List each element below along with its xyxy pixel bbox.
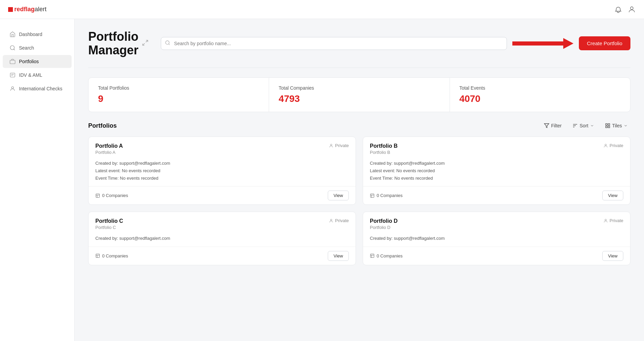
card-footer-c: 0 Companies View: [89, 247, 356, 265]
created-by-D: Created by: support@redflagalert.com: [370, 235, 623, 242]
page-title: Portfolio Manager: [88, 30, 138, 57]
card-header-b: Portfolio B Portfolio B Private: [363, 137, 630, 158]
card-body-b: Created by: support@redflagalert.com Lat…: [363, 158, 630, 186]
latest-event-A: Latest event: No events recorded: [95, 167, 349, 175]
stat-value-events: 4070: [459, 93, 621, 104]
created-by-B: Created by: support@redflagalert.com: [370, 160, 623, 167]
expand-icon[interactable]: [142, 39, 149, 48]
search-nav-icon: [10, 45, 16, 51]
sidebar-label-dashboard: Dashboard: [19, 32, 42, 37]
red-arrow-icon: [512, 36, 573, 51]
top-nav: redflagalert: [0, 0, 644, 19]
svg-line-3: [14, 49, 15, 50]
building-icon-b: [370, 193, 375, 198]
card-header-c: Portfolio C Portfolio C Private: [89, 212, 356, 233]
idv-nav-icon: [10, 72, 16, 78]
privacy-icon-b: [603, 143, 608, 148]
svg-rect-0: [8, 7, 13, 12]
svg-line-10: [143, 43, 145, 45]
portfolios-section-header: Portfolios Filter Sort: [88, 122, 630, 130]
section-title: Portfolios: [88, 122, 117, 129]
svg-point-34: [605, 219, 606, 221]
card-subtitle-a: Portfolio A: [95, 150, 123, 155]
sidebar-label-portfolios: Portfolios: [19, 59, 39, 64]
user-icon[interactable]: [628, 5, 636, 14]
notification-icon[interactable]: [614, 5, 622, 14]
filter-icon: [544, 123, 549, 128]
view-button-a[interactable]: View: [328, 191, 349, 200]
sidebar-item-search[interactable]: Search: [3, 41, 72, 54]
card-footer-d: 0 Companies View: [363, 247, 630, 265]
app-layout: Dashboard Search Portfolios: [0, 19, 644, 341]
sidebar-item-international-checks[interactable]: International Checks: [3, 82, 72, 95]
card-privacy-b: Private: [603, 143, 623, 148]
view-button-b[interactable]: View: [602, 191, 623, 200]
stat-total-companies: Total Companies 4793: [269, 78, 450, 112]
svg-point-30: [330, 219, 332, 221]
card-subtitle-d: Portfolio D: [370, 225, 398, 230]
svg-rect-35: [371, 254, 374, 258]
main-content: Portfolio Manager: [75, 19, 644, 341]
stats-row: Total Portfolios 9 Total Companies 4793 …: [88, 77, 630, 112]
building-icon-a: [95, 193, 100, 198]
divider: [88, 68, 630, 68]
sidebar: Dashboard Search Portfolios: [0, 19, 75, 341]
search-input[interactable]: [161, 37, 507, 50]
tiles-chevron-icon: [624, 124, 628, 128]
svg-rect-5: [10, 73, 15, 77]
page-title-block: Portfolio Manager: [88, 30, 149, 57]
stat-label-companies: Total Companies: [279, 85, 440, 91]
svg-marker-14: [544, 124, 549, 128]
stat-label-events: Total Events: [459, 85, 621, 91]
svg-point-22: [330, 144, 332, 146]
card-header-a: Portfolio A Portfolio A Private: [89, 137, 356, 158]
card-body-c: Created by: support@redflagalert.com: [89, 233, 356, 247]
tiles-icon: [605, 123, 610, 128]
card-body-a: Created by: support@redflagalert.com Lat…: [89, 158, 356, 186]
card-footer-b: 0 Companies View: [363, 186, 630, 204]
create-portfolio-button[interactable]: Create Portfolio: [579, 36, 630, 50]
sidebar-label-idv-aml: IDV & AML: [19, 72, 42, 78]
sort-chevron-icon: [590, 124, 594, 128]
logo[interactable]: redflagalert: [8, 6, 46, 13]
privacy-icon-a: [329, 143, 334, 148]
stat-value-companies: 4793: [279, 93, 440, 104]
home-icon: [10, 31, 16, 37]
companies-label-b: 0 Companies: [370, 193, 403, 198]
card-header-d: Portfolio D Portfolio D Private: [363, 212, 630, 233]
sidebar-item-dashboard[interactable]: Dashboard: [3, 28, 72, 41]
card-title-a: Portfolio A: [95, 143, 123, 149]
svg-rect-4: [10, 60, 15, 64]
card-subtitle-b: Portfolio B: [370, 150, 398, 155]
svg-point-1: [630, 7, 633, 10]
event-time-B: Event Time: No events recorded: [370, 175, 623, 182]
privacy-icon-c: [329, 218, 334, 223]
card-privacy-a: Private: [329, 143, 349, 148]
latest-event-B: Latest event: No events recorded: [370, 167, 623, 175]
filter-button[interactable]: Filter: [541, 122, 564, 130]
view-button-d[interactable]: View: [602, 251, 623, 261]
created-by-C: Created by: support@redflagalert.com: [95, 235, 349, 242]
sidebar-item-idv-aml[interactable]: IDV & AML: [3, 69, 72, 82]
page-header: Portfolio Manager: [88, 30, 630, 57]
sidebar-item-portfolios[interactable]: Portfolios: [3, 55, 72, 68]
svg-point-8: [12, 87, 14, 89]
companies-label-a: 0 Companies: [95, 193, 128, 198]
svg-marker-13: [512, 38, 573, 49]
svg-rect-23: [96, 194, 100, 198]
sort-button[interactable]: Sort: [570, 122, 597, 130]
card-title-d: Portfolio D: [370, 218, 398, 224]
portfolio-card-b: Portfolio B Portfolio B Private Created …: [363, 137, 630, 205]
sidebar-label-search: Search: [19, 45, 34, 51]
arrow-annotation: [512, 36, 573, 51]
svg-line-12: [169, 44, 170, 45]
tiles-button[interactable]: Tiles: [602, 122, 630, 130]
portfolios-nav-icon: [10, 58, 16, 65]
view-button-c[interactable]: View: [328, 251, 349, 261]
svg-rect-31: [96, 254, 100, 258]
search-bar-icon: [165, 40, 170, 47]
svg-point-11: [166, 41, 169, 44]
building-icon-d: [370, 253, 375, 258]
portfolio-grid: Portfolio A Portfolio A Private Created …: [88, 137, 630, 265]
portfolio-card-d: Portfolio D Portfolio D Private Created …: [363, 212, 630, 265]
